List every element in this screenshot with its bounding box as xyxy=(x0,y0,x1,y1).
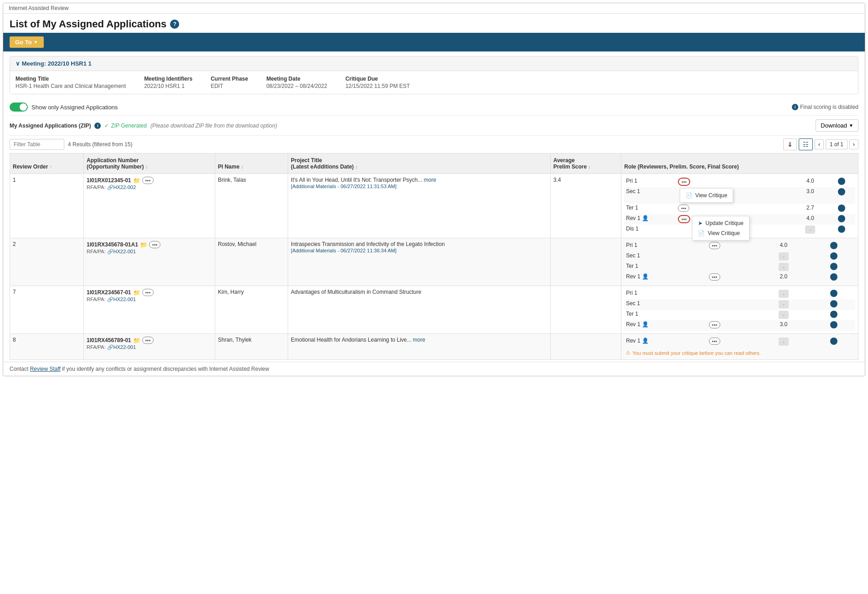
next-page-button[interactable]: › xyxy=(849,139,858,149)
app-actions-button[interactable]: ••• xyxy=(142,289,154,296)
project-title-text: Intraspecies Transmission and Infectivit… xyxy=(291,241,445,247)
rev1-actions-button[interactable]: ••• xyxy=(709,338,721,345)
checkmark-icon: ✓ xyxy=(104,123,109,129)
export-button[interactable]: ⇓ xyxy=(783,138,797,150)
cell-review-order: 1 xyxy=(10,174,84,238)
rfa-link[interactable]: 🔗HX22-001 xyxy=(107,344,136,350)
folder-icon[interactable]: 📁 xyxy=(133,289,140,296)
identifiers-value: 2022/10 HSR1 1 xyxy=(144,83,192,89)
page-title: List of My Assigned Applications xyxy=(10,18,166,30)
col-project-title[interactable]: Project Title(Latest eAdditions Date) ↕ xyxy=(288,154,551,174)
score-dash: - xyxy=(779,300,789,308)
meeting-header[interactable]: ∨ Meeting: 2022/10 HSR1 1 xyxy=(10,56,858,71)
final-dot xyxy=(830,273,837,281)
view-critique-label: View Critique xyxy=(695,192,727,199)
result-count: 4 Results (filtered from 15) xyxy=(68,141,132,148)
rfa-link[interactable]: 🔗HX22-001 xyxy=(107,249,136,254)
col-avg-score[interactable]: AveragePrelim Score ↕ xyxy=(550,154,621,174)
folder-icon[interactable]: 📁 xyxy=(140,241,147,248)
cell-avg-score xyxy=(550,286,621,334)
date-label: Meeting Date xyxy=(266,76,327,82)
critique-due-item: Critique Due 12/15/2022 11:59 PM EST xyxy=(346,76,410,89)
filter-area: 4 Results (filtered from 15) xyxy=(10,139,132,150)
score-dash: - xyxy=(805,225,815,234)
cell-project-title: Advantages of Multiculturalism in Comman… xyxy=(288,286,551,334)
zip-generated-text: ZIP Generated xyxy=(111,123,147,129)
zip-generated: ✓ ZIP Generated xyxy=(104,123,147,129)
ter1-actions-button[interactable]: ••• xyxy=(678,205,690,212)
date-value: 08/23/2022 – 08/24/2022 xyxy=(266,83,327,89)
role-row: Ter 1 ••• 2.7 xyxy=(624,204,855,214)
role-row: Pri 1 - xyxy=(624,289,855,299)
critique-label: Critique Due xyxy=(346,76,410,82)
download-button[interactable]: Download ▼ xyxy=(816,119,858,132)
more-link[interactable]: more xyxy=(413,337,425,343)
final-dot xyxy=(838,225,845,233)
role-row: Ter 1 - xyxy=(624,262,855,272)
assigned-apps-toggle[interactable] xyxy=(10,102,28,112)
final-dot xyxy=(838,178,845,185)
phase-label: Current Phase xyxy=(211,76,248,82)
col-review-order[interactable]: Review Order ↑ xyxy=(10,154,84,174)
more-link[interactable]: more xyxy=(424,177,436,183)
update-critique-item[interactable]: ➤ Update Critique xyxy=(692,218,749,228)
toggle-row: Show only Assigned Applications i Final … xyxy=(10,99,858,116)
role-row: Sec 1 - xyxy=(624,299,855,310)
app-header: Internet Assisted Review xyxy=(3,3,865,14)
doc-icon: 📄 xyxy=(698,230,705,236)
phase-value: EDIT xyxy=(211,83,248,89)
cell-pi-name: Rostov, Michael xyxy=(215,238,288,286)
rfa-link[interactable]: 🔗HX22-002 xyxy=(107,184,136,190)
pri1-actions-button[interactable]: ••• xyxy=(678,178,691,186)
filter-input[interactable] xyxy=(10,139,64,150)
additional-materials-link[interactable]: [Additional Materials - 06/27/2022 11:36… xyxy=(291,248,397,253)
prev-page-button[interactable]: ‹ xyxy=(815,139,824,149)
cell-review-order: 7 xyxy=(10,286,84,334)
table-row: 1 1I01RX012345-01 📁 ••• RFA/PA: 🔗HX22-00… xyxy=(10,174,858,238)
cell-project-title: Intraspecies Transmission and Infectivit… xyxy=(288,238,551,286)
grid-view-button[interactable]: ☷ xyxy=(799,138,813,150)
rfa-link[interactable]: 🔗HX22-001 xyxy=(107,297,136,302)
warning-text: You must submit your critique before you… xyxy=(632,350,760,356)
col-app-number[interactable]: Application Number(Opportunity Number) ↕ xyxy=(84,154,215,174)
rev1-actions-button[interactable]: ••• xyxy=(709,273,721,281)
help-icon[interactable]: ? xyxy=(170,20,179,29)
final-dot xyxy=(830,311,837,318)
pri1-actions-button[interactable]: ••• xyxy=(709,242,721,249)
view-critique-item[interactable]: 📄 View Critique xyxy=(680,190,733,200)
rev1-actions-button[interactable]: ••• xyxy=(678,215,691,223)
zip-help-icon[interactable]: i xyxy=(94,123,101,129)
app-actions-button[interactable]: ••• xyxy=(142,177,154,184)
final-dot xyxy=(830,242,837,249)
cell-pi-name: Kim, Harry xyxy=(215,286,288,334)
zip-note: (Please download ZIP file from the downl… xyxy=(150,123,277,129)
cell-roles: Pri 1 ••• 4.0 Sec 1 xyxy=(621,174,858,238)
rev1-actions-button[interactable]: ••• xyxy=(709,321,721,328)
view-critique-item[interactable]: 📄 View Critique xyxy=(692,228,749,238)
meeting-section-label: Meeting: 2022/10 HSR1 1 xyxy=(22,60,92,67)
role-row: Rev 1 👤 ••• - xyxy=(624,337,855,347)
review-staff-link[interactable]: Review Staff xyxy=(30,366,61,372)
folder-icon[interactable]: 📁 xyxy=(133,177,140,184)
role-row: Ter 1 - xyxy=(624,310,855,320)
critique-value: 12/15/2022 11:59 PM EST xyxy=(346,83,410,89)
role-row: Sec 1 - xyxy=(624,251,855,262)
score-dash: - xyxy=(779,263,789,271)
view-critique-label: View Critique xyxy=(708,230,739,236)
cell-app-number: 1I01RX012345-01 📁 ••• RFA/PA: 🔗HX22-002 xyxy=(84,174,215,238)
folder-icon[interactable]: 📁 xyxy=(133,337,140,344)
app-number: 1I01RX234567-01 xyxy=(87,289,131,296)
app-number: 1I01RX012345-01 xyxy=(87,177,131,184)
app-number: 1I01RX345678-01A1 xyxy=(87,241,138,248)
person-icon: 👤 xyxy=(642,321,649,328)
goto-button[interactable]: Go To ▼ xyxy=(10,36,44,48)
page-info: 1 of 1 xyxy=(826,139,847,149)
app-actions-button[interactable]: ••• xyxy=(142,337,154,344)
cell-avg-score xyxy=(550,334,621,360)
cell-roles: Rev 1 👤 ••• - ⚠ You must submit your cri… xyxy=(621,334,858,360)
additional-materials-link[interactable]: [Additional Materials - 06/27/2022 11:31… xyxy=(291,184,397,189)
app-actions-button[interactable]: ••• xyxy=(149,241,161,248)
col-pi-name[interactable]: PI Name ↕ xyxy=(215,154,288,174)
score-dash: - xyxy=(779,252,789,261)
nav-icon: ➤ xyxy=(698,220,703,226)
